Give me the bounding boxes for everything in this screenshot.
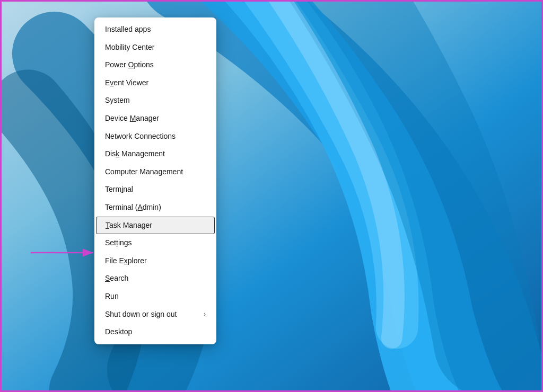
menu-item-computer-management[interactable]: Computer Management <box>94 163 216 181</box>
menu-item-shut-down[interactable]: Shut down or sign out › <box>94 306 216 324</box>
menu-item-search-label: Search <box>105 273 128 284</box>
menu-item-file-explorer[interactable]: File Explorer <box>94 252 216 270</box>
menu-item-search[interactable]: Search <box>94 270 216 288</box>
menu-item-run[interactable]: Run <box>94 288 216 306</box>
menu-item-device-manager-label: Device Manager <box>105 113 159 124</box>
menu-item-power-options[interactable]: Power Options <box>94 56 216 74</box>
wallpaper-background <box>2 2 541 390</box>
menu-item-installed-apps[interactable]: Installed apps <box>94 21 216 39</box>
menu-item-terminal[interactable]: Terminal <box>94 181 216 199</box>
menu-item-installed-apps-label: Installed apps <box>105 24 151 35</box>
menu-item-event-viewer[interactable]: Event Viewer <box>94 74 216 92</box>
menu-item-desktop[interactable]: Desktop <box>94 323 216 341</box>
menu-item-task-manager-label: Task Manager <box>106 220 152 231</box>
menu-item-run-label: Run <box>105 291 119 302</box>
menu-item-settings[interactable]: Settings <box>94 234 216 252</box>
menu-item-system-label: System <box>105 95 130 106</box>
context-menu: Installed apps Mobility Center Power Opt… <box>94 17 216 344</box>
menu-item-desktop-label: Desktop <box>105 327 132 337</box>
menu-item-network-connections-label: Network Connections <box>105 131 176 142</box>
menu-item-disk-management[interactable]: Disk Management <box>94 145 216 163</box>
menu-item-power-options-label: Power Options <box>105 60 154 70</box>
menu-item-device-manager[interactable]: Device Manager <box>94 110 216 128</box>
menu-item-mobility-center[interactable]: Mobility Center <box>94 39 216 57</box>
menu-item-file-explorer-label: File Explorer <box>105 256 147 266</box>
menu-item-terminal-admin-label: Terminal (Admin) <box>105 202 161 213</box>
menu-item-event-viewer-label: Event Viewer <box>105 78 148 88</box>
menu-item-mobility-center-label: Mobility Center <box>105 42 154 53</box>
menu-item-terminal-admin[interactable]: Terminal (Admin) <box>94 199 216 217</box>
menu-item-shut-down-label: Shut down or sign out <box>105 309 177 320</box>
menu-item-disk-management-label: Disk Management <box>105 149 165 159</box>
menu-item-system[interactable]: System <box>94 92 216 110</box>
menu-item-terminal-label: Terminal <box>105 184 133 195</box>
menu-item-computer-management-label: Computer Management <box>105 167 183 177</box>
submenu-arrow-icon: › <box>204 310 206 319</box>
menu-item-settings-label: Settings <box>105 238 132 248</box>
menu-item-task-manager[interactable]: Task Manager <box>96 217 215 235</box>
pointer-arrow <box>31 245 100 262</box>
menu-item-network-connections[interactable]: Network Connections <box>94 128 216 146</box>
